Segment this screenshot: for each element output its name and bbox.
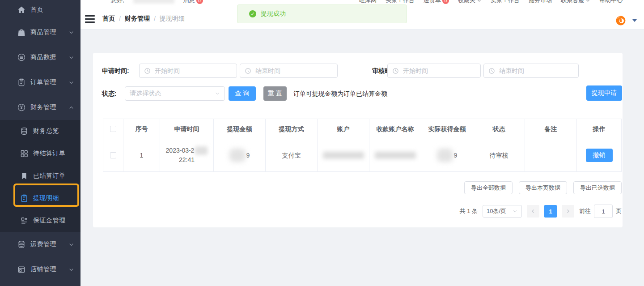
sidebar-item-goods-manage[interactable]: 商品管理 xyxy=(0,20,80,45)
export-page-button[interactable]: 导出本页数据 xyxy=(519,181,567,194)
hamburger-menu-icon[interactable] xyxy=(85,15,95,23)
row-method: 支付宝 xyxy=(266,139,318,171)
apply-end-time-input[interactable] xyxy=(240,64,338,78)
apply-start-time-input[interactable] xyxy=(139,64,237,78)
redacted-date-part xyxy=(195,146,208,155)
export-buttons-row: 导出全部数据 导出本页数据 导出已选数据 xyxy=(464,181,622,194)
sidebar-item-freight-manage[interactable]: 运费管理 xyxy=(0,232,80,257)
row-actual-amount: 9 xyxy=(421,139,473,171)
review-end-time-field[interactable] xyxy=(498,67,574,75)
sidebar-item-label: 店铺管理 xyxy=(30,265,68,273)
purchase-list-badge: 0 xyxy=(442,0,449,4)
table-header-row: 序号 申请时间 提现金额 提现方式 账户 收款账户名称 实际获得金额 状态 备注… xyxy=(103,119,621,139)
current-page-button[interactable]: 1 xyxy=(544,205,557,218)
redacted-payee-name xyxy=(375,152,416,159)
clock-icon xyxy=(144,68,151,74)
goto-suffix: 页 xyxy=(616,207,622,215)
coins-icon xyxy=(17,240,26,249)
row-action-cell: 撤销 xyxy=(577,139,621,171)
total-count-text: 共 1 条 xyxy=(460,207,478,215)
page-size-select[interactable]: 10条/页 xyxy=(483,205,522,218)
withdraw-apply-button[interactable]: 提现申请 xyxy=(586,85,622,101)
submenu-item-label: 财务总览 xyxy=(33,127,74,135)
export-all-button[interactable]: 导出全部数据 xyxy=(464,181,513,194)
withdrawal-table: 序号 申请时间 提现金额 提现方式 账户 收款账户名称 实际获得金额 状态 备注… xyxy=(103,119,622,172)
sidebar-item-label: 运费管理 xyxy=(30,240,68,248)
redacted-amount xyxy=(229,149,246,162)
row-checkbox[interactable] xyxy=(110,152,116,158)
row-status: 待审核 xyxy=(473,139,525,171)
goto-page: 前往 页 xyxy=(579,205,622,218)
sidebar-item-label: 财务管理 xyxy=(30,103,68,111)
table-row: 1 2023-03-2 22:41 9 支付宝 9 待审核 撤销 xyxy=(103,139,621,171)
review-end-time-input[interactable] xyxy=(483,64,579,78)
prev-page-button[interactable] xyxy=(527,205,539,218)
chevron-down-icon[interactable] xyxy=(632,19,637,22)
clipboard-icon xyxy=(20,194,29,203)
submenu-item-deposit-manage[interactable]: 保证金管理 xyxy=(0,209,80,232)
sidebar-item-order-manage[interactable]: 订单管理 xyxy=(0,70,80,95)
review-start-time-input[interactable] xyxy=(387,64,481,78)
review-start-time-field[interactable] xyxy=(402,67,476,75)
col-method: 提现方式 xyxy=(266,119,318,139)
sidebar-item-finance-manage[interactable]: 财务管理 xyxy=(0,95,80,120)
breadcrumb-finance[interactable]: 财务管理 xyxy=(125,15,150,23)
topbar-link-contact-support[interactable]: 联系客服 xyxy=(561,0,590,5)
chevron-down-icon xyxy=(68,267,74,273)
submenu-item-settled-orders[interactable]: 已结算订单 xyxy=(0,165,80,187)
breadcrumb-row: 首页 / 财务管理 / 提现明细 xyxy=(85,15,185,23)
clock-icon xyxy=(392,68,399,74)
shop-icon xyxy=(17,265,26,274)
col-amount: 提现金额 xyxy=(214,119,266,139)
list-circle-icon xyxy=(17,53,26,62)
sidebar-item-home[interactable]: 首页 xyxy=(0,0,80,20)
topbar-link-help-center[interactable]: 帮助中心 xyxy=(599,0,623,5)
revoke-button[interactable]: 撤销 xyxy=(586,149,613,162)
greeting-text: 您好, xyxy=(111,0,124,5)
export-selected-button[interactable]: 导出已选数据 xyxy=(573,181,622,194)
submenu-item-label: 保证金管理 xyxy=(33,217,74,225)
row-account xyxy=(318,139,369,171)
avatar-logo-icon[interactable] xyxy=(615,15,626,26)
sidebar-item-shop-manage[interactable]: 店铺管理 xyxy=(0,257,80,282)
clipboard-icon xyxy=(17,78,26,87)
submenu-item-withdrawal-detail[interactable]: 提现明细 xyxy=(0,187,80,209)
username-redacted xyxy=(133,0,174,4)
goto-page-input[interactable] xyxy=(594,205,613,218)
topbar-link-seller-workbench[interactable]: 卖家工作台 xyxy=(491,0,520,5)
chevron-down-icon xyxy=(513,209,518,214)
topbar-link-service-market[interactable]: 服务市场 xyxy=(529,0,552,5)
sidebar-item-goods-data[interactable]: 商品数据 xyxy=(0,45,80,70)
chevron-down-icon xyxy=(215,91,220,96)
col-payee-name: 收款账户名称 xyxy=(369,119,421,139)
topbar-link-purchase-list[interactable]: 进货单 0 xyxy=(424,0,449,5)
messages-link[interactable]: 消息 0 xyxy=(183,0,203,5)
redacted-actual-amount xyxy=(437,149,453,162)
finance-submenu: 财务总览 待结算订单 已结算订单 提现明细 保证金管理 xyxy=(0,120,80,232)
withdrawable-hint-text: 订单可提现金额为订单已结算金额 xyxy=(293,86,387,101)
chevron-down-icon xyxy=(68,55,74,60)
breadcrumb-separator: / xyxy=(154,15,156,22)
success-toast: ✓ 提现成功 xyxy=(237,4,407,23)
breadcrumb-separator: / xyxy=(119,15,121,22)
breadcrumb-home[interactable]: 首页 xyxy=(102,15,115,23)
row-select-cell xyxy=(103,139,123,171)
row-index: 1 xyxy=(123,139,160,171)
apply-end-time-field[interactable] xyxy=(254,67,333,75)
apply-start-time-field[interactable] xyxy=(154,67,232,75)
status-select[interactable]: 请选择状态 xyxy=(125,86,225,101)
submenu-item-finance-overview[interactable]: 财务总览 xyxy=(0,120,80,142)
next-page-button[interactable] xyxy=(562,205,574,218)
chevron-down-icon xyxy=(68,80,74,85)
messages-label: 消息 xyxy=(183,0,195,5)
topbar-link-favorites[interactable]: 收藏夹 xyxy=(458,0,482,5)
coins-icon xyxy=(20,127,29,136)
topbar-left: 您好, 消息 0 xyxy=(111,0,203,5)
sidebar: 首页 商品管理 商品数据 订单管理 财务管理 财务总览 xyxy=(0,0,80,286)
select-all-checkbox[interactable] xyxy=(110,126,116,132)
submenu-item-pending-settlement[interactable]: 待结算订单 xyxy=(0,142,80,165)
reset-button[interactable]: 重 置 xyxy=(263,86,287,101)
search-button[interactable]: 查 询 xyxy=(229,86,256,101)
home-icon xyxy=(17,5,26,14)
chevron-down-icon xyxy=(68,242,74,248)
